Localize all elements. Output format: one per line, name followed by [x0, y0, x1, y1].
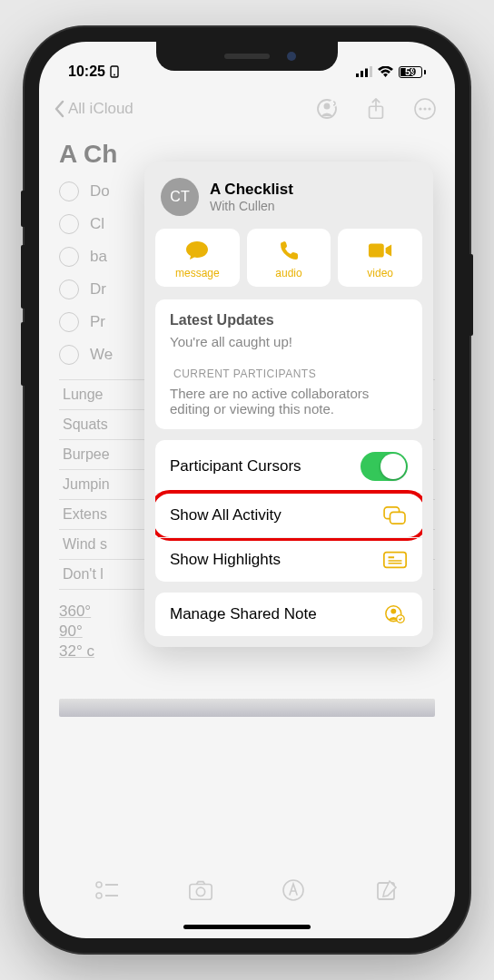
popover-subtitle: With Cullen — [210, 199, 293, 213]
activity-icon — [382, 505, 408, 525]
video-icon — [368, 240, 393, 261]
cursors-toggle[interactable] — [361, 452, 408, 481]
updates-card: Latest Updates You're all caught up! CUR… — [155, 299, 422, 429]
show-highlights-row[interactable]: Show Highlights — [155, 537, 422, 582]
participants-label: CURRENT PARTICIPANTS — [173, 368, 404, 380]
svg-rect-24 — [390, 512, 406, 524]
svg-rect-25 — [384, 553, 406, 568]
show-all-activity-row[interactable]: Show All Activity — [155, 493, 422, 537]
participants-text: There are no active collaborators editin… — [170, 386, 408, 416]
message-icon — [184, 240, 210, 261]
svg-point-30 — [390, 609, 396, 614]
share-popover: CT A Checklist With Cullen message audio — [144, 162, 433, 647]
manage-icon — [382, 604, 408, 624]
updates-text: You're all caught up! — [170, 334, 408, 349]
video-button[interactable]: video — [338, 229, 422, 287]
popover-title: A Checklist — [210, 181, 293, 199]
phone-icon — [276, 240, 301, 261]
message-button[interactable]: message — [155, 229, 240, 287]
svg-rect-22 — [369, 244, 384, 258]
manage-shared-note-row[interactable]: Manage Shared Note — [155, 593, 422, 636]
updates-heading: Latest Updates — [170, 312, 408, 328]
participant-cursors-row[interactable]: Participant Cursors — [155, 440, 422, 493]
avatar: CT — [161, 178, 199, 216]
highlights-icon — [382, 550, 408, 570]
audio-button[interactable]: audio — [247, 229, 331, 287]
